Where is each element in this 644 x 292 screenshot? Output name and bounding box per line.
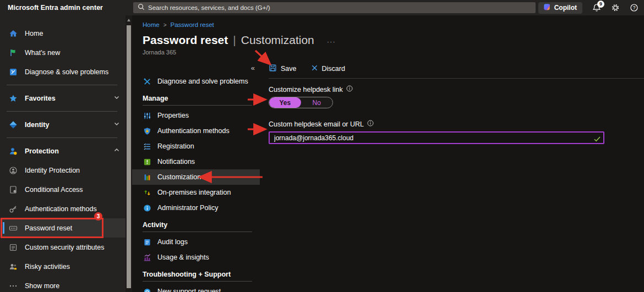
save-button[interactable]: Save (269, 64, 297, 74)
discard-x-icon (311, 64, 318, 73)
sidebar-item-identity-protection[interactable]: Identity Protection (0, 161, 125, 180)
customize-helpdesk-toggle[interactable]: Yes No (269, 97, 333, 108)
page-header: Home > Password reset Password reset | C… (132, 15, 644, 62)
command-bar: Save Discard (269, 62, 644, 76)
helpdesk-email-input[interactable] (269, 131, 604, 144)
primary-sidebar: Home What's new Diagnose & solve problem… (0, 15, 125, 292)
identity-protection-icon (8, 166, 18, 175)
sidebar-scrollbar[interactable] (125, 15, 132, 292)
customization-bars-icon (143, 173, 152, 182)
helpdesk-email-field (269, 131, 604, 144)
help-icon: ? (630, 3, 638, 12)
menu-item-authentication-methods[interactable]: Authentication methods (132, 123, 260, 139)
breadcrumb-separator: > (163, 22, 167, 28)
sidebar-item-identity[interactable]: Identity (0, 115, 125, 134)
help-button[interactable]: ? (629, 3, 638, 13)
breadcrumb-current-link[interactable]: Password reset (171, 21, 214, 28)
tools-icon (143, 77, 152, 86)
copilot-icon (543, 3, 551, 13)
toggle-no-option[interactable]: No (301, 97, 333, 108)
content-pane: Save Discard Customize helpdesk link Yes… (260, 62, 644, 292)
search-input[interactable] (148, 4, 531, 11)
attributes-icon (8, 243, 18, 252)
toolbar-divider (269, 78, 644, 79)
password-reset-icon (8, 223, 18, 233)
sidebar-item-risky-activities[interactable]: Risky activities (0, 257, 125, 276)
sync-arrows-icon (143, 188, 152, 197)
blade-menu: « Diagnose and solve problems Manage Pro… (132, 62, 260, 292)
info-icon[interactable] (367, 120, 374, 128)
scrollbar-thumb[interactable] (127, 25, 131, 288)
menu-divider (143, 105, 252, 106)
risky-activities-icon (8, 262, 18, 271)
chevron-up-icon[interactable] (113, 147, 120, 155)
global-search[interactable] (133, 2, 536, 13)
sidebar-item-custom-security-attributes[interactable]: Custom security attributes (0, 238, 125, 257)
breadcrumb: Home > Password reset (143, 21, 214, 28)
flag-icon (8, 48, 18, 57)
menu-item-usage-insights[interactable]: Usage & insights (132, 250, 260, 265)
sidebar-divider (0, 81, 125, 89)
notifications-button[interactable]: 9 (592, 3, 601, 13)
menu-section-activity: Activity (132, 219, 260, 231)
search-icon (138, 3, 145, 13)
scrollbar-up-arrow[interactable] (127, 19, 130, 21)
valid-checkmark-icon (594, 134, 601, 144)
menu-item-notifications[interactable]: Notifications (132, 154, 260, 169)
menu-item-administrator-policy[interactable]: Administrator Policy (132, 200, 260, 216)
sidebar-divider (0, 108, 125, 115)
menu-item-customization[interactable]: Customization (132, 169, 260, 185)
insights-chart-icon (143, 253, 152, 262)
menu-section-troubleshooting: Troubleshooting + Support (132, 268, 260, 280)
sidebar-divider (0, 134, 125, 141)
notification-count-badge: 9 (597, 1, 604, 8)
more-options-icon[interactable]: ··· (327, 37, 336, 46)
menu-item-new-support-request[interactable]: New support request (132, 284, 260, 292)
helpdesk-email-label: Custom helpdesk email or URL (269, 120, 644, 128)
copilot-button[interactable]: Copilot (538, 2, 582, 14)
home-icon (8, 29, 18, 38)
key-icon (8, 204, 18, 213)
topbar-actions: Copilot 9 ? (538, 0, 638, 15)
menu-item-properties[interactable]: Properties (132, 108, 260, 123)
identity-diamond-icon (8, 120, 18, 129)
info-circle-icon (143, 203, 152, 213)
menu-section-manage: Manage (132, 92, 260, 104)
menu-item-on-premises-integration[interactable]: On-premises integration (132, 185, 260, 200)
topbar: Microsoft Entra admin center (0, 0, 644, 15)
ellipsis-icon (8, 281, 18, 290)
menu-item-registration[interactable]: Registration (132, 139, 260, 154)
diagnose-icon (8, 67, 18, 76)
audit-logs-icon (143, 238, 152, 247)
chevron-down-icon[interactable] (113, 94, 120, 102)
sidebar-item-home[interactable]: Home (0, 24, 125, 43)
toggle-yes-option[interactable]: Yes (269, 97, 301, 108)
sidebar-item-whats-new[interactable]: What's new (0, 43, 125, 62)
sidebar-item-authentication-methods[interactable]: Authentication methods (0, 199, 125, 218)
sidebar-item-conditional-access[interactable]: Conditional Access (0, 180, 125, 199)
sidebar-item-favorites[interactable]: Favorites (0, 89, 125, 108)
settings-button[interactable] (610, 3, 620, 13)
sidebar-item-show-more[interactable]: Show more (0, 276, 125, 292)
menu-item-diagnose-and-solve[interactable]: Diagnose and solve problems (132, 74, 260, 89)
sidebar-item-protection[interactable]: Protection (0, 141, 125, 161)
shield-lock-icon (143, 126, 152, 136)
chevron-down-icon[interactable] (113, 120, 120, 129)
registration-icon (143, 142, 152, 151)
entra-admin-center-window: Microsoft Entra admin center (0, 0, 644, 292)
menu-divider (143, 281, 252, 282)
sidebar-item-diagnose[interactable]: Diagnose & solve problems (0, 62, 125, 81)
page-title: Password reset | Customization ··· (143, 34, 336, 47)
customize-helpdesk-label: Customize helpdesk link (269, 85, 644, 93)
properties-icon (143, 111, 152, 120)
app-title[interactable]: Microsoft Entra admin center (8, 0, 103, 15)
protection-person-icon (8, 146, 18, 156)
support-icon (143, 287, 152, 292)
sidebar-item-password-reset[interactable]: Password reset (0, 218, 125, 238)
star-icon (8, 93, 18, 103)
breadcrumb-home-link[interactable]: Home (143, 21, 160, 28)
discard-button[interactable]: Discard (311, 64, 345, 73)
collapse-menu-button[interactable]: « (251, 64, 255, 72)
menu-item-audit-logs[interactable]: Audit logs (132, 234, 260, 250)
info-icon[interactable] (346, 85, 353, 93)
